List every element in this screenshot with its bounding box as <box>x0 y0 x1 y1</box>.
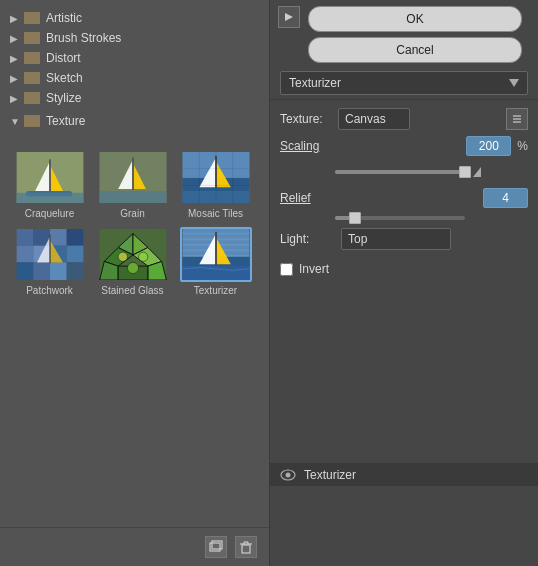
bottom-bar <box>0 527 269 566</box>
thumb-patchwork-img <box>14 227 86 282</box>
expand-panel-button[interactable] <box>278 6 300 28</box>
folder-icon <box>24 92 40 104</box>
texture-row: Texture: Canvas Burlap Brick Sandstone <box>280 108 528 130</box>
invert-checkbox[interactable] <box>280 263 293 276</box>
arrow-icon: ▶ <box>10 73 20 84</box>
thumb-craquelure-label: Craquelure <box>25 208 74 219</box>
relief-label: Relief <box>280 191 335 205</box>
thumb-texturizer[interactable]: Texturizer <box>178 227 253 296</box>
svg-rect-27 <box>50 229 67 246</box>
thumb-mosaic[interactable]: Mosaic Tiles <box>178 150 253 219</box>
invert-label[interactable]: Invert <box>299 262 329 276</box>
filter-name-select[interactable]: Texturizer <box>289 76 509 90</box>
scaling-row: Scaling 200 % <box>280 136 528 156</box>
right-spacer <box>270 288 538 463</box>
folder-icon <box>24 12 40 24</box>
arrow-icon: ▶ <box>10 53 20 64</box>
visibility-icon[interactable] <box>280 469 296 481</box>
relief-input[interactable]: 4 <box>483 188 528 208</box>
sidebar-item-sketch[interactable]: ▶ Sketch <box>0 68 269 88</box>
invert-row: Invert <box>280 258 528 280</box>
eye-icon <box>280 469 296 481</box>
thumb-craquelure-img <box>14 150 86 205</box>
new-layer-svg <box>209 540 223 554</box>
svg-point-48 <box>118 252 127 261</box>
new-layer-icon[interactable] <box>205 536 227 558</box>
scaling-unit: % <box>517 139 528 153</box>
svg-point-50 <box>127 262 138 273</box>
thumb-mosaic-label: Mosaic Tiles <box>188 208 243 219</box>
svg-marker-75 <box>473 167 481 177</box>
delete-layer-svg <box>239 540 253 554</box>
svg-point-49 <box>138 252 147 261</box>
svg-rect-6 <box>16 193 83 203</box>
relief-slider-row <box>280 216 528 220</box>
ok-button[interactable]: OK <box>308 6 522 32</box>
left-bottom-spacer <box>0 304 269 527</box>
thumb-texturizer-img <box>180 227 252 282</box>
svg-marker-70 <box>285 13 293 21</box>
svg-rect-28 <box>66 229 83 246</box>
texture-menu-icon[interactable] <box>506 108 528 130</box>
thumb-patchwork[interactable]: Patchwork <box>12 227 87 296</box>
sidebar-item-label: Distort <box>46 51 81 65</box>
thumb-stained-glass[interactable]: Stained Glass <box>95 227 170 296</box>
svg-rect-11 <box>132 158 134 190</box>
thumb-craquelure[interactable]: Craquelure <box>12 150 87 219</box>
expand-icon <box>283 11 295 23</box>
delete-layer-icon[interactable] <box>235 536 257 558</box>
arrow-icon: ▶ <box>10 13 20 24</box>
svg-rect-4 <box>49 159 51 191</box>
thumb-stained-glass-label: Stained Glass <box>101 285 163 296</box>
folder-icon <box>24 115 40 127</box>
cancel-button[interactable]: Cancel <box>308 37 522 63</box>
svg-rect-65 <box>242 545 250 553</box>
sidebar-item-label: Artistic <box>46 11 82 25</box>
folder-icon <box>24 52 40 64</box>
effects-panel: Texturizer <box>270 463 538 566</box>
filter-name-dropdown[interactable]: Texturizer <box>280 71 528 95</box>
folder-icon <box>24 72 40 84</box>
sidebar-item-texture[interactable]: ▼ Texture <box>10 111 259 131</box>
svg-point-77 <box>286 473 291 478</box>
scaling-slider[interactable] <box>335 170 465 174</box>
filter-list: ▶ Artistic ▶ Brush Strokes ▶ Distort ▶ S… <box>0 0 269 142</box>
scaling-slider-row <box>280 164 528 180</box>
thumb-mosaic-img <box>180 150 252 205</box>
thumb-grain[interactable]: Grain <box>95 150 170 219</box>
sidebar-item-artistic[interactable]: ▶ Artistic <box>0 8 269 28</box>
thumbnails-grid: Craquelure Grain <box>0 142 269 304</box>
svg-rect-36 <box>66 262 83 280</box>
dropdown-arrow-icon <box>509 79 519 87</box>
thumb-stainedglass-img <box>97 227 169 282</box>
texturizer-svg <box>182 229 250 280</box>
menu-icon <box>512 114 522 124</box>
svg-rect-29 <box>16 246 33 263</box>
svg-rect-39 <box>49 235 51 264</box>
effects-body <box>270 486 538 566</box>
sidebar-item-label: Stylize <box>46 91 81 105</box>
texture-select[interactable]: Canvas Burlap Brick Sandstone <box>338 108 410 130</box>
stainedglass-svg <box>99 229 167 280</box>
svg-rect-12 <box>99 191 166 203</box>
slider-max-icon <box>469 164 485 180</box>
patchwork-svg <box>16 229 84 280</box>
arrow-icon: ▶ <box>10 33 20 44</box>
light-select[interactable]: Top Bottom Left Right Top Left Top Right… <box>341 228 451 250</box>
texture-settings: Texture: Canvas Burlap Brick Sandstone <box>270 99 538 288</box>
relief-row: Relief 4 <box>280 188 528 208</box>
light-row: Light: Top Bottom Left Right Top Left To… <box>280 228 528 250</box>
sidebar-item-brush-strokes[interactable]: ▶ Brush Strokes <box>0 28 269 48</box>
texture-group: ▼ Texture <box>0 108 269 134</box>
grain-svg <box>99 152 167 203</box>
thumb-patchwork-label: Patchwork <box>26 285 73 296</box>
texture-group-label: Texture <box>46 114 85 128</box>
relief-slider[interactable] <box>335 216 465 220</box>
sidebar-item-distort[interactable]: ▶ Distort <box>0 48 269 68</box>
craquelure-svg <box>16 152 84 203</box>
arrow-icon: ▶ <box>10 93 20 104</box>
sidebar-item-stylize[interactable]: ▶ Stylize <box>0 88 269 108</box>
scaling-input[interactable]: 200 <box>466 136 511 156</box>
svg-rect-32 <box>66 246 83 263</box>
right-panel: OK Cancel Texturizer Texture: Canvas Bur… <box>270 0 538 566</box>
